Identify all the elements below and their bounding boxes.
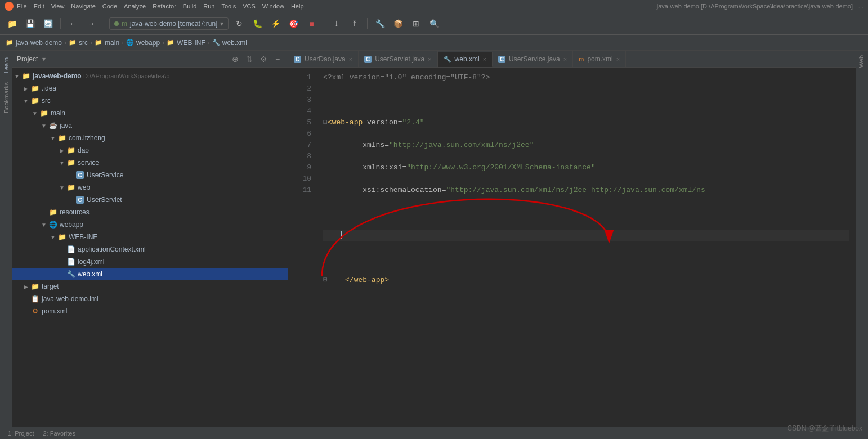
- coverage-button[interactable]: ⚡: [268, 16, 283, 31]
- tree-java-label: java: [60, 122, 72, 129]
- userservlet-tab-icon: C: [364, 56, 372, 63]
- code-line-2: [323, 95, 849, 106]
- menu-code[interactable]: Code: [102, 3, 117, 10]
- tree-comitzheng[interactable]: ▼ 📁 com.itzheng: [12, 132, 288, 144]
- menu-analyze[interactable]: Analyze: [124, 3, 146, 10]
- tree-src[interactable]: ▼ 📁 src: [12, 95, 288, 107]
- vcs-button[interactable]: ⤓: [329, 16, 344, 31]
- tree-webxml[interactable]: 🔧 web.xml: [12, 268, 288, 280]
- sync-button[interactable]: 🔄: [41, 16, 55, 31]
- tab-webxml[interactable]: 🔧 web.xml ×: [438, 52, 493, 68]
- debug-bug-button[interactable]: 🐛: [250, 16, 265, 31]
- code-content[interactable]: <?xml version="1.0" encoding="UTF-8"?> ⊟…: [316, 68, 856, 427]
- tree-root[interactable]: ▼ 📁 java-web-demo D:\AProgramWorkSpace\i…: [12, 70, 288, 82]
- tree-iml[interactable]: 📋 java-web-demo.iml: [12, 293, 288, 305]
- tree-service[interactable]: ▼ 📁 service: [12, 156, 288, 169]
- stop-button[interactable]: ■: [304, 16, 319, 31]
- tab-userservice[interactable]: C UserService.java ×: [493, 51, 573, 67]
- menu-refactor[interactable]: Refactor: [153, 3, 176, 10]
- tab-userdao[interactable]: C UserDao.java ×: [288, 51, 359, 67]
- breadcrumb-sep-3: ›: [122, 39, 124, 47]
- fold-marker-3[interactable]: ⊟: [323, 118, 328, 127]
- tab-userdao-label: UserDao.java: [305, 55, 346, 63]
- tree-main[interactable]: ▼ 📁 main: [12, 107, 288, 119]
- sidebar-tab-learn[interactable]: Learn: [1, 53, 11, 78]
- breadcrumb-project[interactable]: 📁 java-web-demo: [6, 39, 62, 47]
- save-button[interactable]: 💾: [23, 16, 37, 31]
- editor-area: C UserDao.java × C UserServlet.java × 🔧 …: [288, 51, 856, 427]
- menu-file[interactable]: File: [17, 3, 27, 10]
- panel-scroll-button[interactable]: ⇅: [244, 53, 255, 65]
- sidebar-tab-bookmarks[interactable]: Bookmarks: [1, 78, 11, 118]
- wrench-button[interactable]: 🔧: [373, 16, 387, 31]
- panel-minimize-button[interactable]: −: [272, 53, 283, 65]
- panel-settings-button[interactable]: ⚙: [258, 53, 269, 65]
- tree-appcontext[interactable]: 📄 applicationContext.xml: [12, 243, 288, 256]
- menu-run[interactable]: Run: [203, 3, 214, 10]
- vcs-push-button[interactable]: ⤒: [347, 16, 362, 31]
- tree-pom[interactable]: ⚙ pom.xml: [12, 305, 288, 317]
- tree-arrow-main[interactable]: ▼: [30, 110, 39, 117]
- tree-java[interactable]: ▼ ☕ java: [12, 119, 288, 132]
- back-button[interactable]: ←: [66, 16, 80, 31]
- menu-tools[interactable]: Tools: [221, 3, 236, 10]
- tree-arrow-service[interactable]: ▼: [57, 160, 66, 166]
- tree-log4j[interactable]: 📄 log4j.xml: [12, 256, 288, 268]
- tab-userservice-close[interactable]: ×: [563, 56, 567, 62]
- tree-arrow-java[interactable]: ▼: [39, 123, 48, 129]
- tree-web[interactable]: ▼ 📁 web: [12, 181, 288, 194]
- run-configuration[interactable]: m java-web-demo [tomcat7:run] ▾: [109, 17, 229, 30]
- tree-webinf[interactable]: ▼ 📁 WEB-INF: [12, 231, 288, 243]
- tree-userservice[interactable]: C UserService: [12, 169, 288, 181]
- tree-dao[interactable]: ▶ 📁 dao: [12, 144, 288, 156]
- panel-locate-button[interactable]: ⊕: [230, 53, 241, 65]
- tab-userservlet-close[interactable]: ×: [428, 56, 431, 62]
- breadcrumb-src[interactable]: 📁 src: [69, 39, 88, 47]
- bottom-tab-favorites[interactable]: 2: Favorites: [39, 429, 78, 438]
- breadcrumb-main[interactable]: 📁 main: [95, 39, 119, 47]
- breadcrumb-webapp[interactable]: 🌐 webapp: [126, 39, 160, 47]
- tree-resources[interactable]: 📁 resources: [12, 206, 288, 218]
- project-structure-button[interactable]: 📦: [391, 16, 405, 31]
- menu-navigate[interactable]: Navigate: [71, 3, 95, 10]
- refresh-button[interactable]: ↻: [232, 16, 247, 31]
- forward-button[interactable]: →: [84, 16, 99, 31]
- tab-webxml-close[interactable]: ×: [483, 56, 486, 62]
- tree-target[interactable]: ▶ 📁 target: [12, 280, 288, 293]
- tab-userservlet[interactable]: C UserServlet.java ×: [359, 51, 437, 67]
- tree-iml-label: java-web-demo.iml: [42, 295, 99, 303]
- bottom-tab-project[interactable]: 1: Project: [5, 429, 37, 438]
- tree-idea[interactable]: ▶ 📁 .idea: [12, 82, 288, 95]
- tab-pom[interactable]: m pom.xml ×: [573, 51, 626, 67]
- menu-build[interactable]: Build: [183, 3, 196, 10]
- tree-arrow-comitzheng[interactable]: ▼: [48, 135, 57, 141]
- menu-view[interactable]: View: [51, 3, 65, 10]
- project-dropdown-icon[interactable]: ▾: [42, 55, 46, 63]
- open-folder-button[interactable]: 📁: [5, 16, 19, 31]
- tree-arrow-target[interactable]: ▶: [21, 284, 30, 290]
- menu-help[interactable]: Help: [291, 3, 304, 10]
- menu-window[interactable]: Window: [262, 3, 284, 10]
- tree-webapp[interactable]: ▼ 🌐 webapp: [12, 218, 288, 231]
- layout-button[interactable]: ⊞: [409, 16, 423, 31]
- tree-userservlet[interactable]: C UserServlet: [12, 194, 288, 206]
- tree-arrow-webinf[interactable]: ▼: [48, 234, 57, 240]
- tab-userdao-close[interactable]: ×: [349, 56, 352, 62]
- fold-marker-10[interactable]: ⊟: [323, 276, 328, 284]
- tab-pom-close[interactable]: ×: [616, 56, 620, 62]
- breadcrumb-webxml[interactable]: 🔧 web.xml: [212, 39, 247, 47]
- search-everywhere-button[interactable]: 🔍: [427, 16, 441, 31]
- tree-arrow-root[interactable]: ▼: [12, 73, 21, 79]
- tree-arrow-idea[interactable]: ▶: [21, 86, 30, 92]
- tree-arrow-src[interactable]: ▼: [21, 98, 30, 104]
- menu-vcs[interactable]: VCS: [243, 3, 256, 10]
- project-tree: ▼ 📁 java-web-demo D:\AProgramWorkSpace\i…: [12, 68, 288, 427]
- menu-edit[interactable]: Edit: [34, 3, 44, 10]
- tree-arrow-web[interactable]: ▼: [57, 185, 66, 191]
- code-editor[interactable]: 1 2 3 4 5 6 7 8 9 10 11 <?xml version="1…: [288, 68, 856, 427]
- sidebar-tab-web[interactable]: Web: [856, 51, 866, 72]
- profiler-button[interactable]: 🎯: [286, 16, 301, 31]
- tree-arrow-dao[interactable]: ▶: [57, 147, 66, 154]
- breadcrumb-webinf[interactable]: 📁 WEB-INF: [167, 39, 205, 47]
- tree-arrow-webapp[interactable]: ▼: [39, 222, 48, 228]
